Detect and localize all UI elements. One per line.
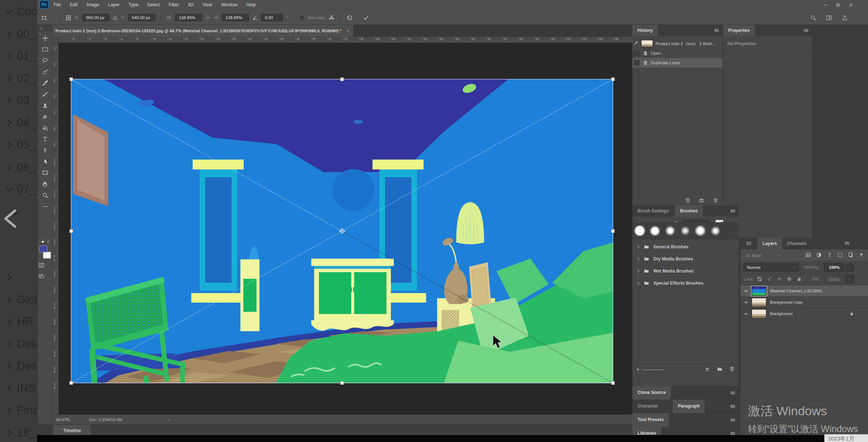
character-tab[interactable]: Character bbox=[632, 399, 663, 413]
clone-source-menu[interactable] bbox=[730, 390, 736, 395]
cancel-icon[interactable] bbox=[346, 15, 353, 21]
layer-visibility-toggle[interactable] bbox=[743, 300, 749, 304]
search-icon[interactable] bbox=[810, 15, 816, 21]
bullet-icon[interactable] bbox=[5, 384, 13, 392]
sidebar-item[interactable]: Finan bbox=[0, 399, 37, 422]
h-input[interactable]: 138.89% bbox=[222, 14, 249, 21]
brush-preview[interactable] bbox=[663, 223, 678, 239]
new-doc-icon[interactable] bbox=[684, 198, 691, 203]
reference-point-icon[interactable] bbox=[65, 15, 72, 21]
chevron-right-icon[interactable] bbox=[5, 273, 13, 281]
vertical-ruler[interactable]: 4202468101214161820222426283032343638 bbox=[52, 43, 59, 414]
sidebar-item[interactable]: 04_ bbox=[0, 112, 37, 134]
commit-icon[interactable] bbox=[363, 15, 369, 21]
menu-item[interactable]: Help bbox=[246, 2, 256, 7]
chevron-right-icon[interactable] bbox=[5, 429, 13, 437]
brush-preview[interactable] bbox=[693, 223, 708, 239]
sidebar-item[interactable]: INSTE bbox=[0, 377, 37, 400]
properties-panel-menu[interactable] bbox=[803, 28, 809, 33]
menu-item[interactable]: Layer bbox=[108, 2, 119, 7]
tool-presets-menu[interactable] bbox=[730, 417, 736, 423]
paint-bucket-icon[interactable] bbox=[42, 125, 48, 131]
trash-icon[interactable] bbox=[712, 198, 719, 203]
chevron-down-icon[interactable] bbox=[5, 185, 13, 193]
zoom-level-field[interactable]: 66.67% bbox=[56, 417, 89, 422]
chevron-right-icon[interactable] bbox=[5, 119, 13, 127]
close-icon[interactable] bbox=[849, 3, 853, 7]
toolbar-collapse-button[interactable]: » bbox=[38, 26, 52, 32]
channels-tab[interactable]: Channels bbox=[782, 238, 812, 249]
default-colors-icon[interactable] bbox=[40, 239, 44, 243]
filter-toggle-icon[interactable] bbox=[858, 252, 864, 258]
chevron-small-down-icon[interactable] bbox=[777, 254, 780, 257]
quick-selection-icon[interactable] bbox=[42, 69, 48, 75]
status-expander[interactable]: › bbox=[168, 417, 170, 423]
pen-icon[interactable] bbox=[42, 147, 48, 154]
lock-all-icon[interactable] bbox=[796, 276, 802, 282]
history-entry[interactable]: Duplicate Layer bbox=[632, 58, 722, 67]
chevron-right-icon[interactable] bbox=[5, 96, 13, 105]
sidebar-item[interactable]: Desig bbox=[0, 355, 37, 377]
history-tab[interactable]: History bbox=[632, 25, 658, 36]
brush-folder-row[interactable]: General Brushes bbox=[632, 241, 738, 253]
sidebar-item[interactable]: 03_ bbox=[0, 90, 37, 112]
history-panel-menu[interactable] bbox=[714, 28, 719, 33]
menu-item[interactable]: Image bbox=[87, 2, 99, 7]
lasso-icon[interactable] bbox=[42, 57, 48, 64]
layer-thumbnail[interactable] bbox=[752, 286, 766, 296]
rectangle-icon[interactable] bbox=[42, 169, 48, 176]
zoom-icon[interactable] bbox=[42, 192, 48, 198]
y-input[interactable]: 540.00 px bbox=[128, 14, 155, 21]
chevron-right-icon[interactable] bbox=[5, 52, 13, 60]
layer-row[interactable]: Background copy bbox=[741, 297, 868, 308]
sidebar-item[interactable]: Cooh bbox=[0, 1, 37, 23]
type-icon[interactable] bbox=[42, 136, 48, 142]
anti-alias-checkbox[interactable] bbox=[299, 15, 304, 20]
foreground-color-swatch[interactable] bbox=[39, 245, 47, 252]
chevron-right-icon[interactable] bbox=[5, 362, 13, 370]
pixel-layer-filter-icon[interactable] bbox=[805, 252, 811, 258]
sidebar-item[interactable] bbox=[0, 266, 37, 289]
layer-visibility-toggle[interactable] bbox=[743, 312, 749, 316]
delta-icon[interactable] bbox=[113, 15, 118, 20]
menu-item[interactable]: File bbox=[54, 2, 61, 7]
layers-tab[interactable]: Layers bbox=[758, 238, 782, 249]
fill-value[interactable]: 100% bbox=[824, 275, 844, 284]
3d-tab[interactable]: 3D bbox=[741, 238, 756, 249]
slider-caret-icon[interactable] bbox=[635, 366, 641, 372]
x-input[interactable]: 960.00 px bbox=[82, 14, 109, 21]
menu-item[interactable]: 3D bbox=[188, 2, 193, 7]
w-input[interactable]: 138.89% bbox=[175, 14, 202, 21]
layer-visibility-toggle[interactable] bbox=[743, 289, 749, 293]
tab-close-icon[interactable]: × bbox=[346, 28, 349, 34]
hand-icon[interactable] bbox=[42, 181, 48, 187]
link-icon[interactable] bbox=[206, 15, 211, 20]
lock-artboard-icon[interactable] bbox=[787, 276, 792, 282]
edit-toolbar-icon[interactable] bbox=[42, 203, 48, 210]
menu-item[interactable]: View bbox=[202, 2, 212, 7]
history-entry[interactable]: Open bbox=[632, 48, 722, 58]
layer-thumbnail[interactable] bbox=[752, 298, 766, 307]
sidebar-item[interactable]: HR bbox=[0, 311, 37, 333]
chevron-right-icon[interactable] bbox=[5, 296, 13, 304]
sidebar-item[interactable]: 07_ bbox=[0, 178, 37, 201]
quick-mask-icon[interactable] bbox=[38, 262, 45, 268]
chevron-right-icon[interactable] bbox=[636, 269, 640, 273]
canvas-artwork[interactable] bbox=[71, 79, 613, 383]
swap-colors-icon[interactable] bbox=[46, 239, 50, 244]
history-entry[interactable]: Product Indo 2（test） 2-Bedr... bbox=[632, 39, 722, 48]
brush-preview[interactable] bbox=[723, 223, 738, 239]
move-icon[interactable] bbox=[42, 35, 48, 41]
chevron-small-down-icon[interactable] bbox=[51, 17, 54, 19]
brushes-panel-menu[interactable] bbox=[730, 208, 736, 213]
chevron-right-icon[interactable] bbox=[5, 163, 13, 171]
canvas-pasteboard[interactable] bbox=[59, 43, 632, 414]
sidebar-item[interactable]: 05_ bbox=[0, 134, 37, 156]
eraser-icon[interactable] bbox=[42, 113, 48, 120]
brush-preview[interactable] bbox=[708, 223, 723, 239]
opacity-value[interactable]: 100% bbox=[824, 263, 844, 271]
trash-icon[interactable] bbox=[729, 366, 735, 372]
menu-item[interactable]: Window bbox=[221, 2, 237, 7]
brush-preview[interactable] bbox=[632, 223, 647, 239]
brushes-tab[interactable]: Brushes bbox=[675, 205, 703, 216]
